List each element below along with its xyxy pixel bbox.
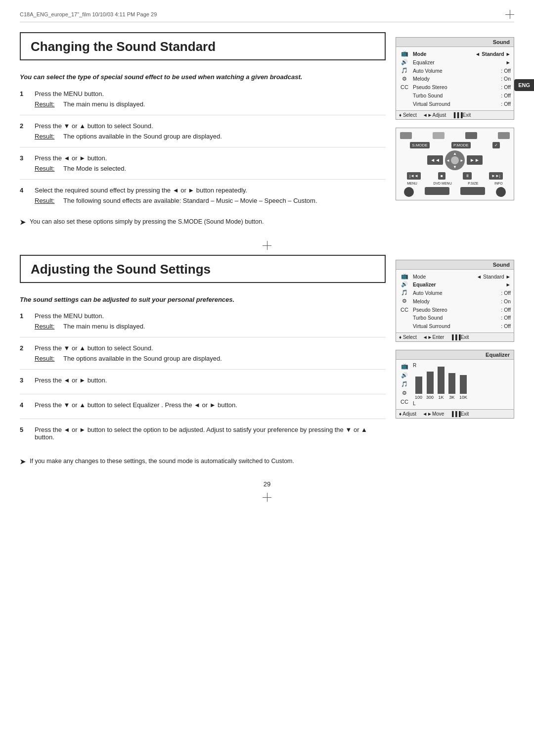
result-text-1-3: The Mode is selected. [63, 165, 126, 172]
step-result-1-3: Result: The Mode is selected. [35, 165, 386, 172]
speaker-icon: 🔊 [400, 58, 409, 65]
step-main-1-4: Select the required sound effect by pres… [35, 187, 386, 194]
remote-prev-btn[interactable]: ◄◄ [427, 155, 443, 165]
step-body-1-3: Press the ◄ or ► button. Result: The Mod… [35, 154, 386, 172]
step-result-1-2: Result: The options available in the Sou… [35, 133, 386, 140]
remote-smode-btn[interactable]: S.MODE [410, 142, 430, 148]
step-main-2-4: Press the ▼ or ▲ button to select Equali… [35, 401, 386, 409]
remote-btn-gray1 [400, 132, 412, 139]
step-2-2: 2 Press the ▼ or ▲ button to select Soun… [20, 344, 386, 370]
settings-icon: ⚙ [400, 75, 409, 82]
eq-music-icon: 🎵 [400, 380, 409, 387]
step-num-2-3: 3 [20, 377, 28, 387]
step-body-1-1: Press the MENU button. Result: The main … [35, 90, 386, 108]
section1-intro: You can select the type of special sound… [20, 72, 386, 82]
equalizer-box: Equalizer 📺 🔊 🎵 ⚙ CC R [396, 350, 514, 419]
section1-tip: ➤ You can also set these options simply … [20, 218, 386, 226]
sound-menu-1-icons: 📺 🔊 🎵 ⚙ CC [399, 50, 410, 108]
step-1-4: 4 Select the required sound effect by pr… [20, 187, 386, 211]
sound-menu-2: Sound 📺 🔊 🎵 ⚙ CC Mode ◄ Standard ► [396, 260, 514, 342]
step-1-3: 3 Press the ◄ or ► button. Result: The M… [20, 154, 386, 180]
eq-bar-1k: 1K [438, 367, 445, 400]
step-num-1-1: 1 [20, 90, 28, 108]
eq-bar-10k-fill [460, 375, 467, 394]
menu-row-equalizer: Equalizer ► [413, 58, 511, 67]
sound-menu-2-title: Sound [396, 260, 514, 270]
result-label-1-2: Result: [35, 133, 59, 140]
step-result-1-4: Result: The following sound effects are … [35, 197, 386, 204]
menu-row-virtualsurround: Virtual Surround : Off [413, 100, 511, 108]
eq-icons: 📺 🔊 🎵 ⚙ CC [399, 363, 410, 406]
section1-title: Changing the Sound Standard [31, 39, 216, 54]
remote-dvdmenu-label: DVD MENU [433, 182, 451, 185]
remote-wide-btn[interactable] [425, 187, 449, 195]
step-num-2-1: 1 [20, 312, 28, 330]
menu2-row-turbosound: Turbo Sound : Off [413, 314, 511, 322]
header-bar: C18A_ENG_europe_17"_film 10/10/03 4:11 P… [20, 10, 514, 22]
remote-back-btn[interactable]: |◄◄ [407, 172, 421, 180]
remote-nav-center [451, 156, 459, 164]
remote-pmode-btn[interactable]: P.MODE [451, 142, 471, 148]
sound-menu-2-icons: 📺 🔊 🎵 ⚙ CC [399, 273, 410, 331]
step-num-2-4: 4 [20, 401, 28, 412]
remote-check-btn[interactable]: ✓ [492, 142, 500, 148]
result-text-1-4: The following sound effects are availabl… [63, 197, 317, 204]
menu-row-melody: Melody : On [413, 75, 511, 83]
section1-steps: 1 Press the MENU button. Result: The mai… [20, 90, 386, 211]
result-label-1-4: Result: [35, 197, 59, 204]
menu2-row-mode: Mode ◄ Standard ► [413, 273, 511, 281]
eq-bar-300-label: 300 [426, 395, 434, 400]
step-body-2-4: Press the ▼ or ▲ button to select Equali… [35, 401, 386, 412]
remote-pause-btn[interactable]: ⏸ [463, 172, 472, 180]
section1-title-box: Changing the Sound Standard [20, 32, 386, 60]
menu2-row-pseudostereo: Pseudo Stereo : Off [413, 306, 511, 314]
remote-stop-btn[interactable]: ■ [438, 172, 445, 180]
remote-fwd-btn[interactable]: ►►| [489, 172, 503, 180]
eq-rl-row: R [413, 363, 511, 368]
result-text-2-2: The options available in the Sound group… [63, 355, 222, 362]
eq-r-label: R [413, 363, 416, 368]
remote-nav-cluster[interactable]: ▲ ▼ ◄ ► [445, 150, 465, 170]
tip2-arrow-icon: ➤ [20, 458, 26, 466]
step-main-2-3: Press the ◄ or ► button. [35, 377, 386, 384]
caption-icon: CC [400, 84, 409, 91]
result-label-1-3: Result: [35, 165, 59, 172]
step-main-2-1: Press the MENU button. [35, 312, 386, 320]
eq-speaker-icon: 🔊 [400, 372, 409, 378]
eq-bar-1k-fill [438, 367, 445, 394]
step-main-1-1: Press the MENU button. [35, 90, 386, 97]
remote-round-btn-2[interactable] [496, 187, 506, 197]
step-2-1: 1 Press the MENU button. Result: The mai… [20, 312, 386, 337]
eq-bar-1k-label: 1K [439, 395, 444, 400]
step-body-1-2: Press the ▼ or ▲ button to select Sound.… [35, 122, 386, 140]
step-body-2-5: Press the ◄ or ► button to select the op… [35, 426, 386, 444]
remote-control: S.MODE P.MODE ✓ ◄◄ ▲ ▼ ◄ ► ►► [396, 128, 514, 200]
remote-btn-gray4 [498, 132, 510, 139]
step-main-2-2: Press the ▼ or ▲ button to select Sound. [35, 344, 386, 352]
remote-wide-btn-2[interactable] [460, 187, 485, 195]
caption2-icon: CC [400, 306, 409, 313]
step-result-1-1: Result: The main menu is displayed. [35, 100, 386, 108]
step-main-1-2: Press the ▼ or ▲ button to select Sound. [35, 122, 386, 130]
sound-menu-1-nav: ♦ Select ◄►Adjust ▐▐▐Exit [396, 110, 514, 119]
remote-round-btn-1[interactable] [404, 187, 414, 197]
eq-bar-100-label: 100 [415, 395, 422, 400]
remote-next-btn[interactable]: ►► [467, 155, 483, 165]
step-result-2-2: Result: The options available in the Sou… [35, 355, 386, 362]
section2-tip: ➤ If you make any changes to these setti… [20, 458, 386, 466]
result-text-1-2: The options available in the Sound group… [63, 133, 222, 140]
sound-menu-1: Sound 📺 🔊 🎵 ⚙ CC Mode ◄ Standard ► [396, 37, 514, 120]
eq-bars: 100 300 1K [413, 370, 511, 400]
sound-menu-2-col: Mode ◄ Standard ► Equalizer ► Auto Volum… [413, 273, 511, 331]
eq-l-label: L [413, 401, 511, 406]
eq-bar-10k-label: 10K [459, 395, 467, 400]
remote-btn-gray3 [465, 132, 477, 139]
eq-bar-100-fill [415, 377, 422, 394]
eq-bar-3k: 3K [448, 373, 455, 400]
result-label-2-1: Result: [35, 323, 59, 330]
step-body-1-4: Select the required sound effect by pres… [35, 187, 386, 204]
crosshair-divider [20, 241, 514, 250]
eq-bar-100: 100 [415, 377, 422, 400]
step-2-5: 5 Press the ◄ or ► button to select the … [20, 426, 386, 451]
eq-gear-icon: ⚙ [400, 389, 409, 396]
